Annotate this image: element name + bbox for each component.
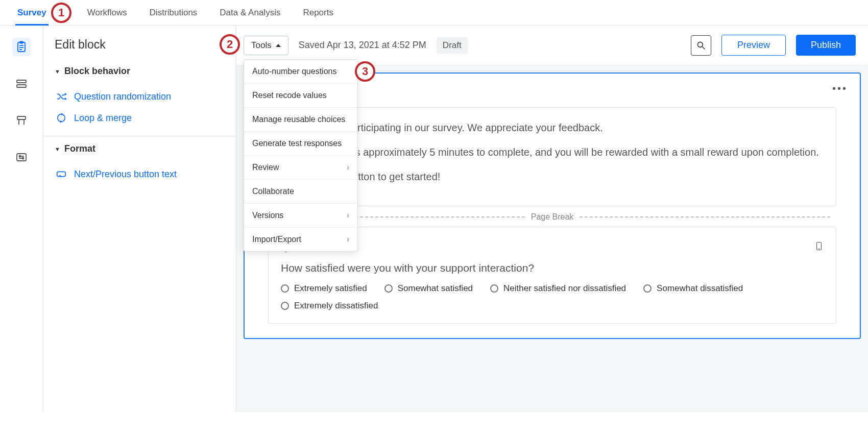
option-5[interactable]: Extremely dissatisfied bbox=[281, 301, 378, 311]
preview-button[interactable]: Preview bbox=[721, 35, 786, 56]
options-list: Extremely satisfied Somewhat satisfied N… bbox=[281, 283, 824, 311]
svg-rect-10 bbox=[17, 154, 26, 161]
tools-button[interactable]: Tools bbox=[244, 36, 288, 55]
intro-line-2: This survey takes approximately 5 minute… bbox=[281, 144, 824, 160]
draft-badge: Draft bbox=[437, 37, 468, 54]
tab-distributions[interactable]: Distributions bbox=[148, 0, 200, 25]
search-icon bbox=[696, 40, 706, 51]
chevron-right-icon: › bbox=[347, 211, 349, 220]
tab-reports[interactable]: Reports bbox=[301, 0, 335, 25]
shuffle-icon bbox=[56, 91, 67, 102]
menu-import-export[interactable]: Import/Export› bbox=[244, 228, 357, 251]
chevron-right-icon: › bbox=[347, 163, 349, 172]
radio-icon bbox=[281, 284, 289, 293]
svg-rect-16 bbox=[57, 172, 66, 176]
section-format[interactable]: ▼ Format bbox=[53, 143, 227, 154]
top-nav: Survey Workflows Distributions Data & An… bbox=[0, 0, 868, 26]
caret-down-icon: ▼ bbox=[55, 68, 60, 75]
tools-dropdown: Auto-number questions Reset recode value… bbox=[244, 59, 358, 252]
menu-reset-recode[interactable]: Reset recode values bbox=[244, 84, 357, 108]
svg-point-17 bbox=[697, 42, 703, 47]
radio-icon bbox=[384, 284, 393, 293]
left-rail bbox=[0, 26, 43, 412]
svg-line-18 bbox=[702, 46, 705, 49]
tab-data-analysis[interactable]: Data & Analysis bbox=[218, 0, 282, 25]
svg-rect-5 bbox=[17, 80, 26, 83]
menu-generate-test[interactable]: Generate test responses bbox=[244, 132, 357, 156]
tab-survey[interactable]: Survey bbox=[15, 0, 49, 25]
chevron-up-icon bbox=[276, 44, 281, 47]
radio-icon bbox=[281, 302, 289, 310]
action-question-randomization[interactable]: Question randomization bbox=[53, 86, 227, 107]
main-area: Tools Auto-number questions Reset recode… bbox=[236, 26, 868, 412]
intro-line-3: Click the Next button to get started! bbox=[281, 169, 824, 184]
rail-options-icon[interactable] bbox=[12, 148, 31, 166]
rail-theme-icon[interactable] bbox=[12, 111, 31, 130]
radio-icon bbox=[490, 284, 498, 293]
panel-title: Edit block bbox=[53, 38, 227, 52]
side-panel: Edit block ▼ Block behavior Question ran… bbox=[43, 26, 236, 412]
svg-point-15 bbox=[58, 114, 65, 122]
block-more-icon[interactable]: ••• bbox=[832, 83, 848, 94]
question-title: How satisfied were you with your support… bbox=[281, 262, 824, 274]
menu-manage-reusable[interactable]: Manage reusable choices bbox=[244, 108, 357, 132]
menu-review[interactable]: Review› bbox=[244, 156, 357, 180]
section-block-behavior[interactable]: ▼ Block behavior bbox=[53, 66, 227, 77]
action-loop-merge[interactable]: Loop & merge bbox=[53, 107, 227, 129]
option-2[interactable]: Somewhat satisfied bbox=[384, 283, 473, 294]
menu-versions[interactable]: Versions› bbox=[244, 204, 357, 228]
option-1[interactable]: Extremely satisfied bbox=[281, 283, 367, 294]
svg-rect-7 bbox=[17, 116, 26, 119]
chevron-right-icon: › bbox=[347, 235, 349, 244]
rail-survey-icon[interactable] bbox=[12, 38, 31, 56]
publish-button[interactable]: Publish bbox=[796, 35, 856, 56]
caret-down-icon: ▼ bbox=[55, 146, 60, 152]
menu-auto-number[interactable]: Auto-number questions bbox=[244, 60, 357, 84]
intro-line-1: Thank you for participating in our surve… bbox=[281, 120, 824, 135]
rail-builder-icon[interactable] bbox=[12, 75, 31, 93]
svg-rect-0 bbox=[18, 42, 25, 52]
tab-workflows[interactable]: Workflows bbox=[67, 0, 129, 25]
svg-rect-6 bbox=[17, 85, 26, 87]
toolbar: Tools Auto-number questions Reset recode… bbox=[236, 26, 868, 65]
option-3[interactable]: Neither satisfied nor dissatisfied bbox=[490, 283, 626, 294]
search-button[interactable] bbox=[691, 35, 711, 56]
button-text-icon bbox=[56, 168, 67, 180]
menu-collaborate[interactable]: Collaborate bbox=[244, 180, 357, 204]
loop-icon bbox=[56, 112, 67, 124]
action-next-prev-button-text[interactable]: Next/Previous button text bbox=[53, 163, 227, 185]
saved-status: Saved Apr 13, 2021 at 4:52 PM bbox=[299, 40, 426, 51]
mobile-preview-icon[interactable] bbox=[814, 239, 824, 255]
radio-icon bbox=[643, 284, 652, 293]
option-4[interactable]: Somewhat dissatisfied bbox=[643, 283, 743, 294]
